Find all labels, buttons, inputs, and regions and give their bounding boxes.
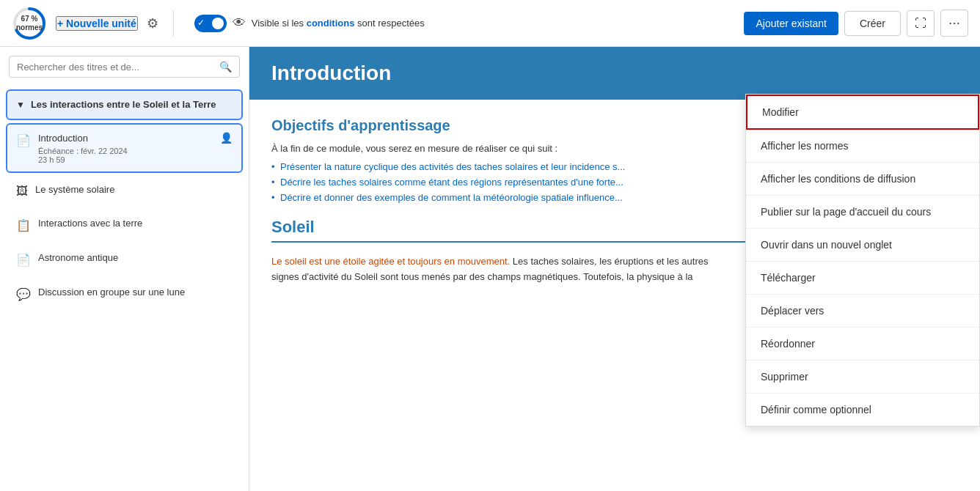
more-options-button[interactable]: ⋯ [940,10,968,37]
visibility-icon: 👁 [233,15,246,31]
add-existing-button[interactable]: Ajouter existant [744,12,838,35]
soleil-text-content: Le soleil est une étoile agitée et toujo… [271,256,708,282]
visibility-toggle-area: ✓ 👁 Visible si les conditions sont respe… [194,15,425,32]
document-list-icon: 📋 [16,218,31,232]
item-content: Interactions avec la terre [38,217,233,230]
document-icon: 📄 [16,253,31,267]
gear-icon[interactable]: ⚙ [147,15,158,32]
search-icon[interactable]: 🔍 [219,61,232,73]
dropdown-item-deplacer[interactable]: Déplacer vers [746,295,979,328]
item-content: Discussion en groupe sur une lune [38,286,233,299]
dropdown-item-modifier[interactable]: Modifier [746,95,979,130]
dropdown-item-afficher-normes[interactable]: Afficher les normes [746,130,979,163]
top-bar: 67 % normes + Nouvelle unité ⚙ ✓ 👁 Visib… [0,0,980,47]
dropdown-item-reordonner[interactable]: Réordonner [746,328,979,361]
item-content: Introduction Échéance : févr. 22 202423 … [38,132,220,164]
dropdown-item-supprimer[interactable]: Supprimer [746,361,979,394]
item-title: Interactions avec la terre [38,217,233,230]
search-input[interactable] [17,62,213,73]
soleil-text: Le soleil est une étoile agitée et toujo… [271,254,735,342]
progress-text: 67 % normes [16,15,43,32]
check-icon: ✓ [197,18,205,28]
image-icon: 🖼 [16,185,28,198]
item-title: Le système solaire [35,183,233,196]
search-area: 🔍 [0,47,249,86]
sidebar-item-systeme-solaire[interactable]: 🖼 Le système solaire [6,174,243,207]
item-title: Astronome antique [38,251,233,265]
content-header: Introduction [249,47,980,100]
sidebar: 🔍 ▼ Les interactions entre le Soleil et … [0,47,249,491]
sidebar-item-introduction[interactable]: 📄 Introduction Échéance : févr. 22 20242… [6,123,243,173]
item-active-content: Introduction Échéance : févr. 22 202423 … [38,132,233,164]
chat-icon: 💬 [16,287,31,301]
sidebar-item-astronome[interactable]: 📄 Astronome antique [6,243,243,276]
visibility-toggle[interactable]: ✓ [194,15,227,32]
fullscreen-button[interactable]: ⛶ [907,10,935,37]
search-box: 🔍 [9,56,240,78]
document-icon: 📄 [16,133,31,147]
sidebar-items: ▼ Les interactions entre le Soleil et la… [0,86,249,314]
dropdown-menu: Modifier Afficher les normes Afficher le… [745,94,980,427]
visibility-label: Visible si les conditions sont respectée… [252,18,425,29]
item-badge-icon: 👤 [220,132,233,144]
dropdown-item-ouvrir-onglet[interactable]: Ouvrir dans un nouvel onglet [746,229,979,262]
progress-circle: 67 % normes [12,6,47,41]
content-area: Introduction Objectifs d'apprentissage À… [249,47,980,491]
item-meta: Échéance : févr. 22 202423 h 59 [38,147,220,164]
unit-title: Les interactions entre le Soleil et la T… [31,98,216,111]
dropdown-item-afficher-conditions[interactable]: Afficher les conditions de diffusion [746,163,979,196]
top-bar-actions: Ajouter existant Créer ⛶ ⋯ [744,10,968,37]
main-content: 🔍 ▼ Les interactions entre le Soleil et … [0,47,980,491]
new-unit-button[interactable]: + Nouvelle unité [56,16,138,31]
item-content: Astronome antique [38,251,233,265]
sidebar-unit[interactable]: ▼ Les interactions entre le Soleil et la… [6,89,243,120]
dropdown-item-optionnel[interactable]: Définir comme optionnel [746,394,979,426]
dropdown-item-telecharger[interactable]: Télécharger [746,262,979,295]
sidebar-item-discussion[interactable]: 💬 Discussion en groupe sur une lune [6,277,243,310]
item-title: Discussion en groupe sur une lune [38,286,233,299]
dropdown-item-publier-accueil[interactable]: Publier sur la page d'accueil du cours [746,196,979,229]
content-title: Introduction [271,62,958,85]
sidebar-item-interactions-terre[interactable]: 📋 Interactions avec la terre [6,208,243,241]
item-title: Introduction [38,132,220,145]
toggle-knob [212,18,224,29]
collapse-arrow-icon: ▼ [16,100,25,110]
item-content: Le système solaire [35,183,233,196]
creer-button[interactable]: Créer [844,11,901,36]
divider [173,10,174,37]
